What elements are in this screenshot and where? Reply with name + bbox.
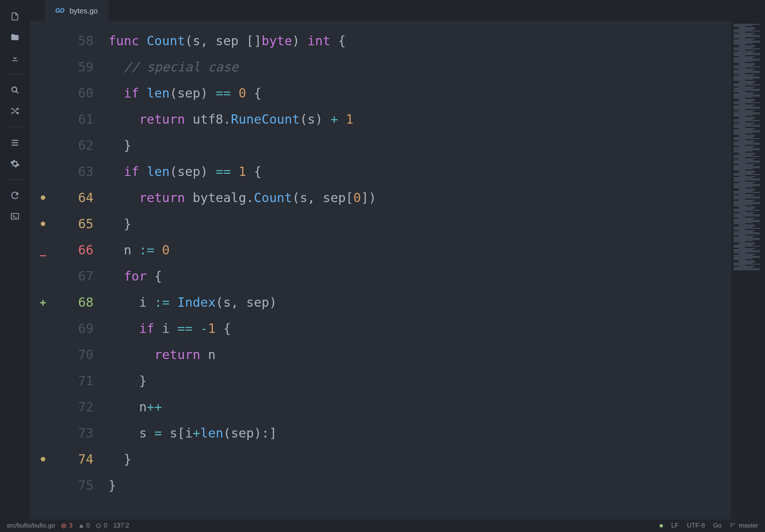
minimap-line (739, 136, 755, 137)
line-number[interactable]: 73 (56, 426, 108, 440)
minimap-line (734, 149, 760, 150)
minimap-line (739, 242, 755, 243)
branch-name: master (739, 522, 758, 529)
code-line[interactable]: return utf8.RuneCount(s) + 1 (108, 106, 731, 132)
status-warnings[interactable]: 0 (79, 522, 90, 529)
code-line[interactable]: if len(sep) == 0 { (108, 80, 731, 106)
editor-body[interactable]: _+ 585960616263646566676869707172737475 … (30, 21, 765, 519)
minimap-line (739, 28, 755, 29)
line-number[interactable]: 66 (56, 242, 108, 257)
code-line[interactable]: for { (108, 263, 731, 289)
status-path[interactable]: src/bufio/bufio.go (7, 522, 55, 529)
gutter-marker-row (30, 315, 56, 341)
minimap-line (734, 241, 745, 242)
menu-icon[interactable] (6, 134, 24, 152)
code-line[interactable]: i := Index(s, sep) (108, 289, 731, 315)
status-cursor[interactable]: 137:2 (113, 522, 129, 529)
line-number[interactable]: 61 (56, 112, 108, 127)
line-number-row: 72 (56, 394, 108, 420)
shuffle-icon[interactable] (6, 102, 24, 120)
minimap-line (734, 109, 745, 110)
minimap-line (739, 51, 755, 52)
tab-bytes-go[interactable]: GO bytes.go (45, 0, 108, 21)
minimap-line (739, 194, 755, 195)
reload-icon[interactable] (6, 186, 24, 204)
minimap-line (739, 74, 755, 75)
code-line[interactable]: } (108, 368, 731, 394)
minimap-line (734, 183, 753, 184)
line-number[interactable]: 70 (56, 347, 108, 362)
line-number[interactable]: 75 (56, 478, 108, 493)
line-number-row: 67 (56, 263, 108, 289)
line-marker: + (30, 296, 56, 309)
code-line[interactable]: if i == -1 { (108, 315, 731, 341)
minimap[interactable] (731, 21, 765, 519)
minimap-line (734, 191, 753, 192)
code-line[interactable]: } (108, 132, 731, 158)
code-line[interactable]: } (108, 446, 731, 472)
line-number-row: 60 (56, 80, 108, 106)
line-number[interactable]: 60 (56, 86, 108, 100)
line-number[interactable]: 67 (56, 269, 108, 284)
code-line[interactable]: } (108, 211, 731, 237)
minimap-line (734, 195, 753, 196)
settings-icon[interactable] (6, 155, 24, 173)
code-line[interactable]: func Count(s, sep []byte) int { (108, 28, 731, 54)
folder-icon[interactable] (6, 28, 24, 46)
search-icon[interactable] (6, 81, 24, 99)
minimap-line (734, 119, 753, 120)
gutter-marker-row (30, 472, 56, 498)
line-number[interactable]: 74 (56, 452, 108, 467)
line-number[interactable]: 72 (56, 399, 108, 414)
minimap-line (739, 64, 755, 65)
code-line[interactable]: if len(sep) == 1 { (108, 158, 731, 185)
code-line[interactable]: // special case (108, 54, 731, 80)
code-line[interactable]: s = s[i+len(sep):] (108, 420, 731, 446)
minimap-line (739, 69, 755, 69)
status-branch[interactable]: master (730, 522, 758, 529)
code-line[interactable]: } (108, 472, 731, 498)
status-eol[interactable]: LF (671, 522, 679, 529)
minimap-line (739, 128, 755, 129)
minimap-line (734, 258, 753, 259)
gutter-marker-row: _ (30, 237, 56, 263)
code-line[interactable]: return bytealg.Count(s, sep[0]) (108, 185, 731, 211)
status-errors[interactable]: 3 (61, 522, 72, 529)
line-number-row: 61 (56, 106, 108, 132)
terminal-icon[interactable] (6, 207, 24, 225)
minimap-line (734, 90, 760, 91)
minimap-line (734, 62, 745, 63)
line-number[interactable]: 65 (56, 216, 108, 231)
code-area[interactable]: func Count(s, sep []byte) int { // speci… (108, 21, 731, 519)
minimap-line (734, 223, 745, 224)
status-info[interactable]: 0 (96, 522, 107, 529)
minimap-line (739, 63, 755, 64)
line-number[interactable]: 59 (56, 59, 108, 74)
line-number[interactable]: 58 (56, 33, 108, 48)
minimap-line (734, 177, 753, 178)
minimap-line (734, 24, 760, 25)
gutter-marker-row (30, 341, 56, 368)
new-file-icon[interactable] (6, 7, 24, 25)
line-number[interactable]: 64 (56, 190, 108, 205)
code-line[interactable]: return n (108, 341, 731, 368)
line-number[interactable]: 63 (56, 164, 108, 179)
minimap-line (734, 66, 760, 67)
code-line[interactable]: n := 0 (108, 237, 731, 263)
minimap-line (739, 118, 755, 119)
minimap-line (734, 75, 753, 76)
line-number[interactable]: 69 (56, 321, 108, 336)
status-lang[interactable]: Go (713, 522, 722, 529)
download-icon[interactable] (6, 49, 24, 67)
line-number[interactable]: 71 (56, 373, 108, 388)
line-number[interactable]: 68 (56, 295, 108, 310)
status-encoding[interactable]: UTF-8 (687, 522, 705, 529)
minimap-line (739, 171, 755, 171)
line-number[interactable]: 62 (56, 138, 108, 153)
minimap-line (739, 262, 755, 262)
code-line[interactable]: n++ (108, 394, 731, 420)
minimap-line (734, 256, 760, 257)
line-number-row: 69 (56, 315, 108, 341)
minimap-line (734, 179, 760, 179)
minimap-line (739, 81, 755, 82)
